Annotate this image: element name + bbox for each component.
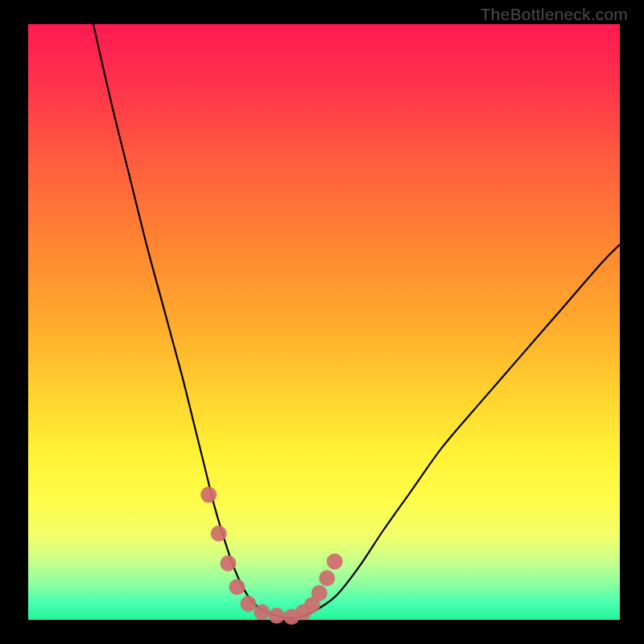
curve-marker bbox=[229, 579, 245, 595]
curve-marker bbox=[200, 487, 217, 503]
curve-marker bbox=[327, 553, 343, 569]
curve-marker bbox=[220, 555, 236, 572]
curve-markers bbox=[200, 487, 343, 625]
curve-marker bbox=[269, 608, 285, 624]
curve-marker bbox=[319, 570, 335, 586]
chart-svg bbox=[28, 24, 620, 620]
chart-frame: TheBottleneck.com bbox=[0, 0, 644, 644]
watermark-text: TheBottleneck.com bbox=[481, 5, 628, 24]
plot-area bbox=[28, 24, 620, 620]
curve-marker bbox=[211, 526, 227, 542]
curve-marker bbox=[240, 596, 256, 612]
curve-marker bbox=[312, 585, 328, 601]
curve-marker bbox=[254, 604, 270, 620]
bottleneck-curve bbox=[93, 24, 620, 618]
